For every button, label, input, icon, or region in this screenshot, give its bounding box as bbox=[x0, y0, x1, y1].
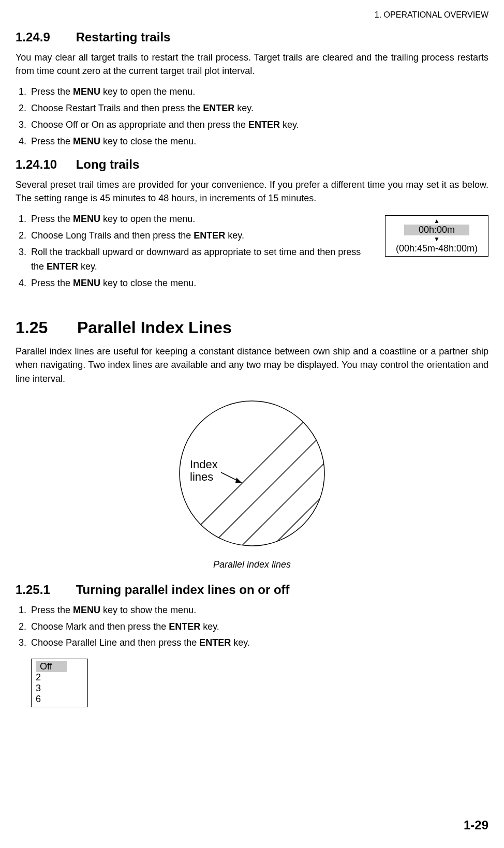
time-range: (00h:45m-48h:00m) bbox=[386, 243, 488, 254]
steps-list: Press the MENU key to open the menu. Cho… bbox=[29, 85, 488, 149]
figure-label: lines bbox=[190, 470, 213, 483]
figure-label: Index bbox=[190, 458, 218, 471]
svg-marker-7 bbox=[235, 478, 242, 483]
step-item: Press the MENU key to close the menu. bbox=[29, 276, 375, 291]
heading-title: Long trails bbox=[76, 157, 140, 171]
time-value: 00h:00m bbox=[404, 225, 469, 235]
paragraph: You may clear all target trails to resta… bbox=[16, 51, 488, 78]
arrow-up-icon: ▲ bbox=[386, 218, 488, 224]
arrow-down-icon: ▼ bbox=[386, 236, 488, 242]
option-6: 6 bbox=[32, 694, 87, 705]
paragraph: Several preset trail times are provided … bbox=[16, 178, 488, 205]
option-off: Off bbox=[36, 661, 67, 672]
step-item: Press the MENU key to open the menu. bbox=[29, 85, 488, 99]
step-item: Choose Restart Trails and then press the… bbox=[29, 101, 488, 116]
heading-number: 1.24.10 bbox=[16, 157, 72, 172]
figure-caption: Parallel index lines bbox=[16, 559, 488, 570]
step-item: Press the MENU key to open the menu. bbox=[29, 212, 375, 227]
parallel-line-options: Off 2 3 6 bbox=[31, 659, 88, 707]
heading-1-25-1: 1.25.1 Turning parallel index lines on o… bbox=[16, 583, 488, 597]
parallel-index-lines-figure: Index lines bbox=[16, 396, 488, 553]
heading-1-25: 1.25 Parallel Index Lines bbox=[16, 318, 488, 337]
heading-title: Restarting trails bbox=[76, 30, 171, 44]
step-item: Choose Mark and then press the ENTER key… bbox=[29, 620, 488, 634]
steps-list: Press the MENU key to show the menu. Cho… bbox=[29, 603, 488, 651]
step-item: Choose Long Trails and then press the EN… bbox=[29, 229, 375, 243]
time-setting-box: ▲ 00h:00m ▼ (00h:45m-48h:00m) bbox=[385, 215, 488, 257]
option-2: 2 bbox=[32, 672, 87, 683]
paragraph: Parallel index lines are useful for keep… bbox=[16, 345, 488, 385]
heading-title: Turning parallel index lines on or off bbox=[76, 583, 290, 597]
page-number: 1-29 bbox=[464, 818, 488, 832]
heading-number: 1.25.1 bbox=[16, 583, 72, 597]
heading-number: 1.24.9 bbox=[16, 30, 72, 44]
option-3: 3 bbox=[32, 683, 87, 694]
step-item: Choose Off or On as appropriate and then… bbox=[29, 118, 488, 132]
heading-1-24-9: 1.24.9 Restarting trails bbox=[16, 30, 488, 44]
heading-number: 1.25 bbox=[16, 318, 72, 337]
heading-1-24-10: 1.24.10 Long trails bbox=[16, 157, 488, 172]
index-lines-diagram-icon: Index lines bbox=[164, 396, 340, 551]
step-item: Roll the trackball upward or downward as… bbox=[29, 245, 375, 274]
chapter-header: 1. OPERATIONAL OVERVIEW bbox=[16, 10, 488, 20]
step-item: Press the MENU key to close the menu. bbox=[29, 135, 488, 149]
step-item: Choose Parallel Line and then press the … bbox=[29, 636, 488, 650]
steps-list: Press the MENU key to open the menu. Cho… bbox=[29, 212, 375, 292]
heading-title: Parallel Index Lines bbox=[77, 318, 232, 337]
step-item: Press the MENU key to show the menu. bbox=[29, 603, 488, 618]
